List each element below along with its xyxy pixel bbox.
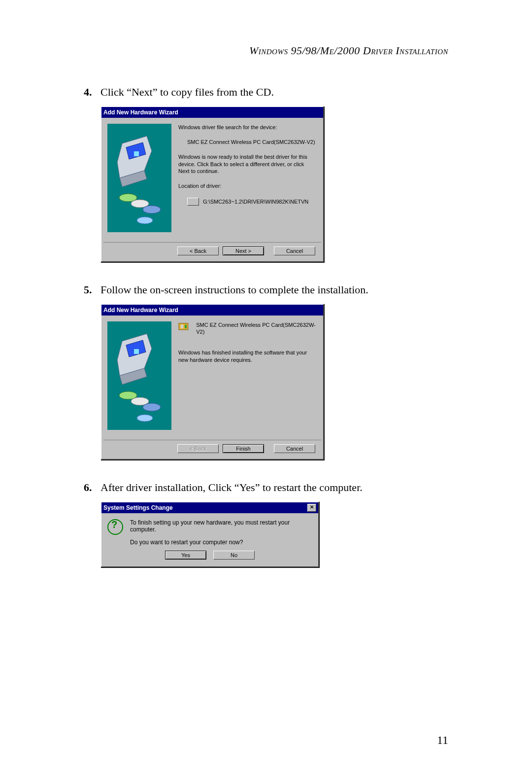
- dialog-1-location-label: Location of driver:: [178, 182, 316, 189]
- dialog-2-title-bar: Add New Hardware Wizard: [101, 305, 323, 316]
- close-icon[interactable]: ✕: [307, 504, 316, 512]
- finish-button[interactable]: Finish: [223, 444, 264, 453]
- step-6-text: After driver installation, Click “Yes” t…: [100, 480, 448, 495]
- step-5: 5. Follow the on-screen instructions to …: [84, 282, 448, 298]
- hardware-wizard-dialog-1: Add New Hardware Wizard: [100, 106, 324, 262]
- no-button[interactable]: No: [213, 551, 255, 560]
- dialog-1-location-row: G:\SMC263~1.2\DRIVER\WIN982K\NETVN: [187, 198, 316, 206]
- step-6: 6. After driver installation, Click “Yes…: [84, 480, 448, 495]
- dialog-3-button-row: Yes No: [101, 549, 318, 566]
- dialog-2-content: SMC EZ Connect Wireless PC Card(SMC2632W…: [178, 321, 316, 435]
- wizard-graphic-icon: [107, 124, 171, 232]
- document-page: Windows 95/98/Me/2000 Driver Installatio…: [0, 0, 532, 774]
- step-5-text: Follow the on-screen instructions to com…: [100, 282, 448, 298]
- svg-rect-2: [134, 151, 139, 156]
- dialog-3-title-bar: System Settings Change ✕: [101, 502, 318, 513]
- dialog-3-line2: Do you want to restart your computer now…: [130, 539, 311, 546]
- dialog-1-location-value: G:\SMC263~1.2\DRIVER\WIN982K\NETVN: [203, 198, 308, 205]
- question-icon: [107, 519, 123, 535]
- dialog-2-title: Add New Hardware Wizard: [103, 307, 178, 314]
- driver-location-icon: [187, 198, 199, 206]
- svg-rect-17: [181, 324, 184, 328]
- svg-point-7: [137, 217, 153, 224]
- yes-button[interactable]: Yes: [165, 551, 206, 560]
- page-header: Windows 95/98/Me/2000 Driver Installatio…: [84, 44, 448, 57]
- step-4-number: 4.: [84, 84, 100, 100]
- dialog-1-title-bar: Add New Hardware Wizard: [101, 107, 323, 118]
- wizard-graphic-icon: [107, 321, 171, 430]
- dialog-2-body: SMC EZ Connect Wireless PC Card(SMC2632W…: [101, 316, 323, 440]
- dialog-1-body: Windows driver file search for the devic…: [101, 118, 323, 242]
- step-4-text: Click “Next” to copy files from the CD.: [100, 84, 448, 100]
- cancel-button[interactable]: Cancel: [274, 246, 315, 255]
- dialog-3-message: To finish setting up your new hardware, …: [130, 519, 311, 546]
- dialog-1-container: Add New Hardware Wizard: [100, 106, 448, 262]
- dialog-3-body: To finish setting up your new hardware, …: [101, 513, 318, 549]
- dialog-1-line1: Windows driver file search for the devic…: [178, 124, 316, 131]
- step-4: 4. Click “Next” to copy files from the C…: [84, 84, 448, 100]
- dialog-2-device-name: SMC EZ Connect Wireless PC Card(SMC2632W…: [196, 321, 316, 336]
- page-number: 11: [437, 734, 448, 747]
- dialog-1-content: Windows driver file search for the devic…: [178, 124, 316, 237]
- dialog-1-line2: Windows is now ready to install the best…: [178, 153, 316, 175]
- back-button-disabled: < Back: [177, 444, 219, 453]
- dialog-2-device-row: SMC EZ Connect Wireless PC Card(SMC2632W…: [178, 321, 316, 336]
- dialog-1-title: Add New Hardware Wizard: [103, 109, 178, 116]
- svg-rect-18: [185, 324, 187, 328]
- back-button[interactable]: < Back: [177, 246, 219, 255]
- dialog-2-button-row: < Back Finish Cancel: [103, 440, 321, 459]
- dialog-3-line1: To finish setting up your new hardware, …: [130, 519, 311, 533]
- next-button[interactable]: Next >: [223, 246, 264, 255]
- svg-point-15: [137, 415, 153, 422]
- dialog-1-device-name: SMC EZ Connect Wireless PC Card(SMC2632W…: [187, 139, 316, 145]
- dialog-3-container: System Settings Change ✕ To finish setti…: [100, 501, 448, 567]
- step-6-number: 6.: [84, 480, 100, 495]
- dialog-3-title: System Settings Change: [103, 504, 173, 511]
- svg-rect-10: [134, 349, 139, 354]
- dialog-1-button-row: < Back Next > Cancel: [103, 242, 321, 261]
- svg-point-14: [143, 403, 161, 411]
- svg-point-6: [143, 206, 161, 213]
- pccard-icon: [178, 321, 191, 332]
- cancel-button[interactable]: Cancel: [274, 444, 315, 453]
- dialog-2-container: Add New Hardware Wizard: [100, 304, 448, 460]
- step-5-number: 5.: [84, 282, 100, 298]
- system-settings-change-dialog: System Settings Change ✕ To finish setti…: [100, 501, 319, 567]
- dialog-2-line1: Windows has finished installing the soft…: [178, 349, 316, 363]
- hardware-wizard-dialog-2: Add New Hardware Wizard: [100, 304, 324, 460]
